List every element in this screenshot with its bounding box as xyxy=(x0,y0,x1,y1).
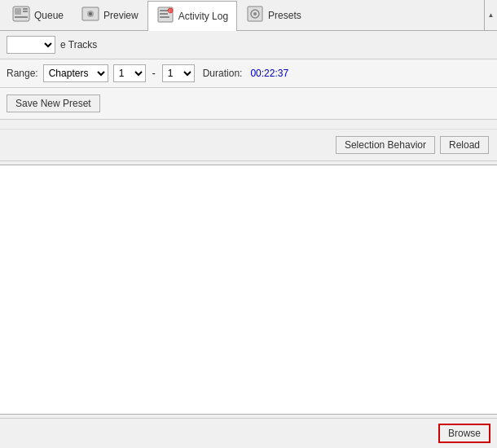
preview-icon xyxy=(81,6,99,25)
preset-row: Save New Preset xyxy=(0,88,497,120)
browse-button[interactable]: Browse xyxy=(438,424,490,443)
selection-behavior-button[interactable]: Selection Behavior xyxy=(336,136,435,154)
tab-presets[interactable]: Presets xyxy=(237,0,310,30)
tab-preview-label: Preview xyxy=(103,10,139,21)
bottom-row: Browse xyxy=(0,418,497,448)
presets-icon xyxy=(246,6,264,25)
activity-log-icon: ! xyxy=(156,7,174,26)
range-from-select[interactable]: 1 xyxy=(113,64,146,82)
svg-rect-3 xyxy=(23,11,28,12)
svg-text:!: ! xyxy=(168,9,169,13)
tab-activity-log[interactable]: ! Activity Log xyxy=(147,1,237,31)
queue-icon xyxy=(12,6,30,25)
spacer xyxy=(0,120,497,130)
tracks-label: e Tracks xyxy=(60,39,97,51)
svg-point-16 xyxy=(253,12,257,15)
svg-point-7 xyxy=(89,12,92,15)
reload-button[interactable]: Reload xyxy=(440,136,489,154)
content-panel xyxy=(0,165,497,415)
svg-rect-2 xyxy=(23,8,28,10)
duration-value: 00:22:37 xyxy=(250,68,288,79)
svg-rect-11 xyxy=(160,16,169,18)
tab-queue-label: Queue xyxy=(34,10,64,21)
svg-rect-4 xyxy=(15,16,28,18)
tab-bar: Queue Preview ! xyxy=(0,0,497,31)
svg-rect-1 xyxy=(15,8,21,15)
tab-queue[interactable]: Queue xyxy=(3,0,73,30)
tab-activity-log-label: Activity Log xyxy=(178,11,228,22)
panel-header: Selection Behavior Reload xyxy=(0,130,497,161)
range-separator: - xyxy=(152,68,156,79)
tab-preview[interactable]: Preview xyxy=(73,0,147,30)
save-new-preset-button[interactable]: Save New Preset xyxy=(7,94,100,112)
tab-presets-label: Presets xyxy=(268,10,301,21)
toolbar-row: Range: Chapters Seconds Frames 1 - 1 Dur… xyxy=(0,59,497,88)
svg-rect-10 xyxy=(160,13,168,15)
range-type-select[interactable]: Chapters Seconds Frames xyxy=(43,64,108,82)
app-window: Queue Preview ! xyxy=(0,0,497,448)
tab-scrollbar[interactable]: ▲ xyxy=(484,0,497,30)
range-to-select[interactable]: 1 xyxy=(162,64,195,82)
duration-label: Duration: xyxy=(203,68,243,79)
tracks-select[interactable] xyxy=(7,36,55,54)
range-label: Range: xyxy=(7,68,38,79)
tracks-row: e Tracks xyxy=(0,31,497,59)
